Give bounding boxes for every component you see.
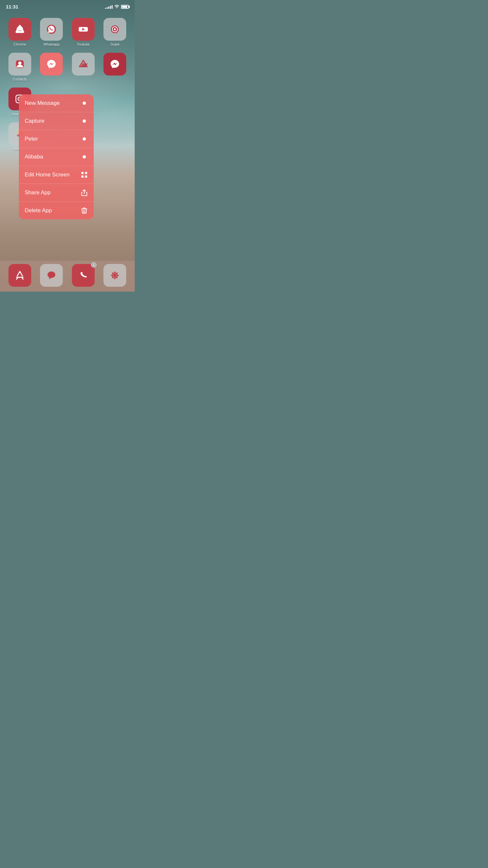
menu-item-share-app[interactable]: Share App bbox=[19, 184, 94, 202]
status-bar: 11:31 bbox=[0, 0, 135, 11]
alibaba-label: Alibaba bbox=[25, 154, 43, 160]
app-store-icon bbox=[13, 269, 26, 282]
svg-rect-21 bbox=[85, 172, 87, 174]
share-app-label: Share App bbox=[25, 189, 51, 196]
battery-icon bbox=[121, 5, 129, 9]
dock-app-store[interactable] bbox=[8, 264, 31, 287]
share-app-icon bbox=[81, 189, 88, 196]
edit-home-screen-label: Edit Home Screen bbox=[25, 172, 70, 178]
new-message-icon bbox=[81, 100, 88, 107]
messenger2-icon bbox=[108, 58, 121, 71]
whatsapp-icon bbox=[45, 23, 58, 36]
menu-item-edit-home-screen[interactable]: Edit Home Screen bbox=[19, 166, 94, 184]
app-contacts[interactable]: Contacts bbox=[6, 53, 33, 81]
phone-icon bbox=[77, 269, 90, 282]
menu-item-capture[interactable]: Capture bbox=[19, 112, 94, 130]
app-messenger2[interactable] bbox=[102, 53, 129, 81]
svg-point-9 bbox=[114, 28, 116, 30]
delete-app-icon bbox=[81, 207, 88, 214]
alibaba-icon bbox=[81, 153, 88, 160]
gojek-icon bbox=[108, 23, 121, 36]
app-gojek[interactable]: Gojek bbox=[102, 18, 129, 46]
contacts-label: Contacts bbox=[13, 77, 27, 81]
edit-home-screen-icon bbox=[81, 171, 88, 178]
status-time: 11:31 bbox=[6, 4, 18, 9]
chrome-label: Chrome bbox=[13, 42, 26, 46]
gojek-label: Gojek bbox=[110, 42, 120, 46]
menu-item-new-message[interactable]: New Message bbox=[19, 94, 94, 112]
capture-label: Capture bbox=[25, 118, 44, 124]
app-youtube[interactable]: Youtube bbox=[70, 18, 97, 46]
whatsapp-label: Whatsapp bbox=[43, 42, 60, 46]
peter-icon bbox=[81, 135, 88, 143]
signal-icon bbox=[105, 5, 112, 9]
context-menu: New Message Capture Peter Alibaba Edit H… bbox=[19, 94, 94, 219]
drive-icon bbox=[77, 58, 90, 71]
youtube-label: Youtube bbox=[77, 42, 90, 46]
capture-icon bbox=[81, 118, 88, 125]
svg-point-11 bbox=[18, 62, 22, 65]
svg-rect-22 bbox=[82, 176, 84, 178]
peter-label: Peter bbox=[25, 136, 38, 142]
menu-item-alibaba[interactable]: Alibaba bbox=[19, 148, 94, 166]
messages-icon bbox=[45, 269, 58, 282]
app-messenger-active[interactable] bbox=[38, 53, 65, 81]
dock-settings[interactable] bbox=[103, 264, 126, 287]
youtube-icon bbox=[77, 23, 90, 36]
status-icons bbox=[105, 4, 129, 9]
svg-point-2 bbox=[19, 28, 21, 31]
dock-messages[interactable] bbox=[40, 264, 63, 287]
phone-badge: 1 bbox=[91, 262, 96, 268]
app-drive[interactable] bbox=[70, 53, 97, 81]
contacts-icon bbox=[13, 58, 26, 71]
app-chrome[interactable]: Chrome bbox=[6, 18, 33, 46]
dock: 1 bbox=[0, 261, 135, 291]
svg-rect-23 bbox=[85, 176, 87, 178]
delete-app-label: Delete App bbox=[25, 207, 52, 214]
new-message-label: New Message bbox=[25, 100, 60, 106]
settings-icon bbox=[108, 269, 121, 282]
wifi-icon bbox=[114, 4, 120, 9]
svg-point-24 bbox=[47, 272, 55, 278]
menu-item-peter[interactable]: Peter bbox=[19, 130, 94, 148]
dock-phone[interactable]: 1 bbox=[72, 264, 95, 287]
svg-rect-20 bbox=[82, 172, 84, 174]
app-whatsapp[interactable]: Whatsapp bbox=[38, 18, 65, 46]
menu-item-delete-app[interactable]: Delete App bbox=[19, 202, 94, 219]
chrome-icon bbox=[13, 23, 26, 36]
messenger-active-icon bbox=[45, 58, 58, 71]
